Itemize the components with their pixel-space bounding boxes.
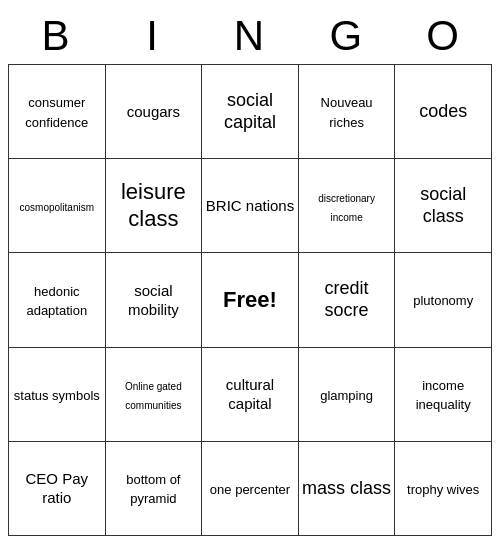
cell-r4-c1[interactable]: bottom of pyramid (105, 441, 202, 535)
cell-r3-c1[interactable]: Online gated communities (105, 347, 202, 441)
cell-r1-c4[interactable]: social class (395, 159, 492, 253)
cell-r3-c2[interactable]: cultural capital (202, 347, 299, 441)
cell-r3-c4[interactable]: income inequality (395, 347, 492, 441)
bingo-title: B I N G O (8, 8, 492, 64)
title-g: G (298, 12, 395, 60)
cell-r1-c0[interactable]: cosmopolitanism (9, 159, 106, 253)
cell-r2-c3[interactable]: credit socre (298, 253, 395, 347)
cell-r3-c0[interactable]: status symbols (9, 347, 106, 441)
cell-r0-c3[interactable]: Nouveau riches (298, 65, 395, 159)
cell-r3-c3[interactable]: glamping (298, 347, 395, 441)
cell-r4-c3[interactable]: mass class (298, 441, 395, 535)
cell-r0-c0[interactable]: consumer confidence (9, 65, 106, 159)
cell-r2-c0[interactable]: hedonic adaptation (9, 253, 106, 347)
cell-r0-c1[interactable]: cougars (105, 65, 202, 159)
cell-r2-c2[interactable]: Free! (202, 253, 299, 347)
cell-r0-c4[interactable]: codes (395, 65, 492, 159)
title-o: O (395, 12, 492, 60)
cell-r1-c2[interactable]: BRIC nations (202, 159, 299, 253)
title-b: B (8, 12, 105, 60)
cell-r4-c0[interactable]: CEO Pay ratio (9, 441, 106, 535)
cell-r1-c3[interactable]: discretionary income (298, 159, 395, 253)
cell-r0-c2[interactable]: social capital (202, 65, 299, 159)
cell-r1-c1[interactable]: leisure class (105, 159, 202, 253)
cell-r2-c4[interactable]: plutonomy (395, 253, 492, 347)
title-i: I (105, 12, 202, 60)
cell-r4-c2[interactable]: one percenter (202, 441, 299, 535)
bingo-grid: consumer confidencecougarssocial capital… (8, 64, 492, 536)
cell-r2-c1[interactable]: social mobility (105, 253, 202, 347)
cell-r4-c4[interactable]: trophy wives (395, 441, 492, 535)
title-n: N (202, 12, 299, 60)
